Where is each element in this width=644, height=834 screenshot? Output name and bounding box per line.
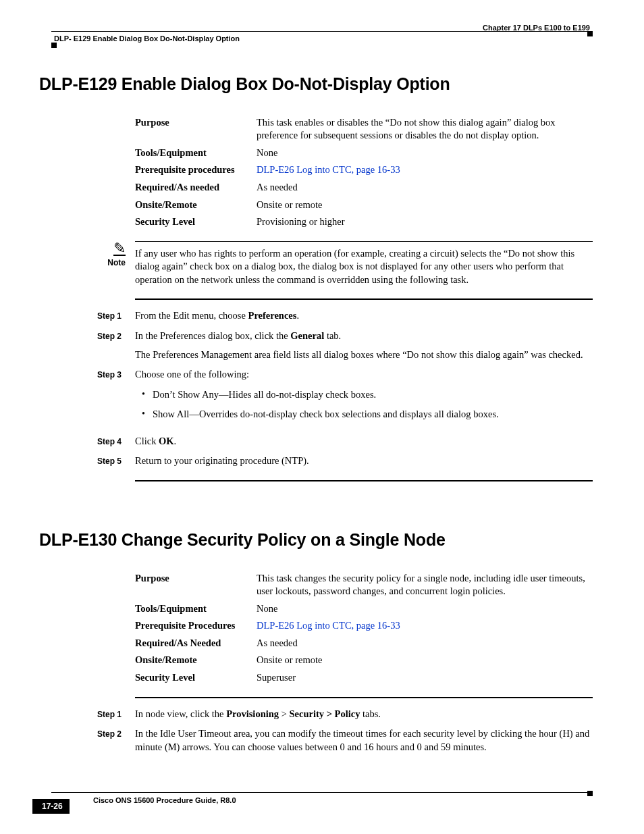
bullet-item: Don’t Show Any—Hides all do-not-display … xyxy=(135,388,593,402)
info-label: Purpose xyxy=(135,116,257,142)
text: Click xyxy=(135,436,159,446)
text: . xyxy=(296,310,299,321)
text: > xyxy=(279,708,289,719)
footer-tick-icon xyxy=(587,791,593,796)
info-row-security: Security Level Superuser xyxy=(135,671,593,685)
footer: Cisco ONS 15600 Procedure Guide, R8.0 17… xyxy=(32,792,593,806)
step-3: Step 3 Choose one of the following: Don’… xyxy=(39,368,593,428)
note-icon: ✎ xyxy=(39,241,126,256)
info-row-prereq: Prerequisite Procedures DLP-E26 Log into… xyxy=(135,619,593,633)
footer-rule xyxy=(51,792,593,793)
step-label: Step 5 xyxy=(39,454,135,468)
info-label: Security Level xyxy=(135,215,257,229)
note-text: If any user who has rights to perform an… xyxy=(135,241,593,287)
step-label: Step 2 xyxy=(39,727,135,754)
bold-text: Security > Policy xyxy=(289,708,360,719)
text: Choose one of the following: xyxy=(135,368,593,382)
step-body: Choose one of the following: Don’t Show … xyxy=(135,368,593,428)
step-body: In the Idle User Timeout area, you can m… xyxy=(135,727,593,754)
info-row-required: Required/As Needed As needed xyxy=(135,637,593,650)
divider xyxy=(135,298,593,300)
step-label: Step 4 xyxy=(39,435,135,448)
info-row-required: Required/As needed As needed xyxy=(135,181,593,194)
header-topic: DLP- E129 Enable Dialog Box Do-Not-Displ… xyxy=(54,34,240,44)
info-value: Onsite or remote xyxy=(257,654,593,667)
prereq-link[interactable]: DLP-E26 Log into CTC, page 16-33 xyxy=(257,619,593,633)
info-row-onsite: Onsite/Remote Onsite or remote xyxy=(135,199,593,212)
info-value: None xyxy=(257,147,593,160)
step-body: Return to your originating procedure (NT… xyxy=(135,454,593,468)
info-value: Provisioning or higher xyxy=(257,215,593,229)
info-table-e130: Purpose This task changes the security p… xyxy=(135,572,593,685)
info-label: Security Level xyxy=(135,671,257,685)
info-value: Onsite or remote xyxy=(257,199,593,212)
page-number: 17-26 xyxy=(32,799,70,814)
info-label: Onsite/Remote xyxy=(135,199,257,212)
info-row-tools: Tools/Equipment None xyxy=(135,602,593,616)
info-label: Required/As needed xyxy=(135,181,257,194)
info-row-purpose: Purpose This task changes the security p… xyxy=(135,572,593,598)
step-2: Step 2 In the Preferences dialog box, cl… xyxy=(39,330,593,361)
bold-text: General xyxy=(290,330,324,341)
info-row-purpose: Purpose This task enables or disables th… xyxy=(135,116,593,142)
step-label: Step 3 xyxy=(39,368,135,428)
info-value: As needed xyxy=(257,181,593,194)
info-value: This task enables or disables the “Do no… xyxy=(257,116,593,142)
step-body: In the Preferences dialog box, click the… xyxy=(135,330,593,361)
step-2: Step 2 In the Idle User Timeout area, yo… xyxy=(39,727,593,754)
info-value: This task changes the security policy fo… xyxy=(257,572,593,598)
step-body: Click OK. xyxy=(135,435,593,448)
info-label: Tools/Equipment xyxy=(135,147,257,160)
bullet-item: Show All—Overrides do-not-display check … xyxy=(135,408,593,421)
info-row-security: Security Level Provisioning or higher xyxy=(135,215,593,229)
step-label: Step 2 xyxy=(39,330,135,361)
step-paragraph: The Preferences Management area field li… xyxy=(135,348,593,362)
step-5: Step 5 Return to your originating proced… xyxy=(39,454,593,468)
text: . xyxy=(174,436,177,446)
text: In the Preferences dialog box, click the xyxy=(135,330,290,341)
bold-text: OK xyxy=(159,436,174,446)
step-label: Step 1 xyxy=(39,708,135,721)
bullet-list: Don’t Show Any—Hides all do-not-display … xyxy=(135,388,593,421)
prereq-link[interactable]: DLP-E26 Log into CTC, page 16-33 xyxy=(257,163,593,177)
info-value: None xyxy=(257,602,593,616)
header-chapter: Chapter 17 DLPs E100 to E199 xyxy=(483,23,590,33)
step-1: Step 1 In node view, click the Provision… xyxy=(39,708,593,721)
info-value: Superuser xyxy=(257,671,593,685)
note-block: ✎ Note If any user who has rights to per… xyxy=(39,241,593,287)
info-row-prereq: Prerequisite procedures DLP-E26 Log into… xyxy=(135,163,593,177)
info-value: As needed xyxy=(257,637,593,650)
step-1: Step 1 From the Edit menu, choose Prefer… xyxy=(39,309,593,323)
header-tick-icon xyxy=(51,43,57,48)
section-title-e130: DLP-E130 Change Security Policy on a Sin… xyxy=(39,529,593,552)
info-row-tools: Tools/Equipment None xyxy=(135,147,593,160)
info-label: Onsite/Remote xyxy=(135,654,257,667)
info-label: Prerequisite Procedures xyxy=(135,619,257,633)
footer-guide-title: Cisco ONS 15600 Procedure Guide, R8.0 xyxy=(93,796,593,806)
info-row-onsite: Onsite/Remote Onsite or remote xyxy=(135,654,593,667)
info-label: Required/As Needed xyxy=(135,637,257,650)
info-label: Tools/Equipment xyxy=(135,602,257,616)
section-title-e129: DLP-E129 Enable Dialog Box Do-Not-Displa… xyxy=(39,73,593,96)
text: tab. xyxy=(324,330,341,341)
text: From the Edit menu, choose xyxy=(135,310,248,321)
step-body: From the Edit menu, choose Preferences. xyxy=(135,309,593,323)
note-label: Note xyxy=(39,257,126,268)
info-label: Prerequisite procedures xyxy=(135,163,257,177)
text: In node view, click the xyxy=(135,708,226,719)
bold-text: Provisioning xyxy=(226,708,279,719)
step-4: Step 4 Click OK. xyxy=(39,435,593,448)
divider xyxy=(135,480,593,481)
bold-text: Preferences xyxy=(248,310,297,321)
step-body: In node view, click the Provisioning > S… xyxy=(135,708,593,721)
divider xyxy=(135,697,593,698)
step-label: Step 1 xyxy=(39,309,135,323)
text: tabs. xyxy=(360,708,381,719)
info-table-e129: Purpose This task enables or disables th… xyxy=(135,116,593,229)
info-label: Purpose xyxy=(135,572,257,598)
